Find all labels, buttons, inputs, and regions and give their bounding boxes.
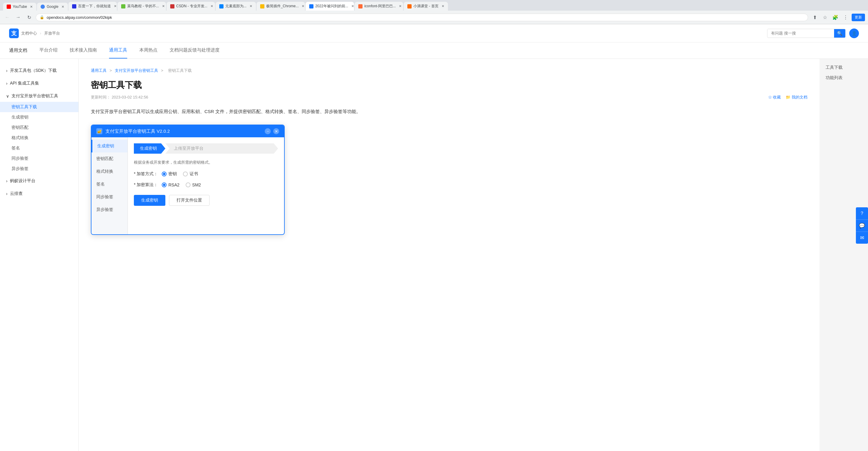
tab-youtube[interactable]: YouTube✕ (3, 3, 36, 10)
toc-item-feature-list[interactable]: 功能列表 (826, 75, 862, 81)
tab-close-iconfont[interactable]: ✕ (399, 4, 402, 8)
tab-label-niaoniao: 菜鸟教程 - 学的不... (127, 4, 159, 9)
tab-favicon-chrome-ext (260, 4, 265, 8)
tab-alipay-doc[interactable]: 2022年被问到的前...✕ (306, 2, 354, 10)
tab-close-youtube[interactable]: ✕ (30, 5, 33, 9)
my-doc-action[interactable]: 📁 我的文档 (786, 94, 807, 100)
sign-method-radio-group: 密钥 证书 (162, 171, 198, 177)
float-chat-button[interactable]: 💬 (856, 220, 868, 231)
sidebar-item-key-download[interactable]: 密钥工具下载 (0, 102, 79, 112)
nav-item-common-tools[interactable]: 通用工具 (109, 43, 127, 58)
collect-action[interactable]: ☆ 收藏 (768, 94, 781, 100)
tab-baidu[interactable]: 百度一下，你就知道✕ (68, 2, 117, 10)
breadcrumb-link-tools[interactable]: 通用工具 (91, 68, 106, 73)
search-button[interactable]: 🔍 (834, 29, 845, 37)
sign-method-label: * 加签方式： (134, 171, 158, 177)
breadcrumb-current: 密钥工具下载 (168, 68, 192, 73)
bookmark-button[interactable]: ☆ (821, 13, 829, 22)
breadcrumb-link-alipay-keys[interactable]: 支付宝开放平台密钥工具 (115, 68, 158, 73)
sidebar-item-key-match[interactable]: 密钥匹配 (0, 122, 79, 133)
back-button[interactable]: ← (3, 13, 11, 22)
breadcrumb-sep-2: > (161, 68, 164, 73)
tab-iconfont[interactable]: iconfont-阿里巴巴...✕ (355, 2, 403, 10)
logo-area: 支 文档中心 › 开放平台 (9, 28, 60, 38)
tab-chrome-ext[interactable]: 极简插件_Chrome...✕ (256, 2, 305, 10)
sidebar-item-format-convert[interactable]: 格式转换 (0, 133, 79, 143)
sidebar-group-sdk: › 开发工具包（SDK）下载 (0, 65, 79, 76)
sidebar-item-sync-verify[interactable]: 同步验签 (0, 153, 79, 164)
main-nav: 通用文档 平台介绍 技术接入指南 通用工具 本周热点 文档问题反馈与处理进度 (0, 43, 868, 59)
sidebar-group-sdk-title[interactable]: › 开发工具包（SDK）下载 (0, 65, 79, 76)
lock-icon: 🔒 (40, 15, 44, 20)
menu-button[interactable]: ⋮ (841, 13, 850, 22)
sidebar-group-cloud-title[interactable]: › 云排查 (0, 188, 79, 199)
tab-close-chrome-ext[interactable]: ✕ (302, 4, 304, 8)
tool-sidebar-key-match[interactable]: 密钥匹配 (91, 152, 127, 165)
nav-item-doc-feedback[interactable]: 文档问题反馈与处理进度 (169, 43, 220, 58)
sidebar-item-async-verify[interactable]: 异步验签 (0, 164, 79, 174)
extensions-button[interactable]: 🧩 (831, 13, 840, 22)
tab-label-zhihu: 元素底部为... (225, 4, 247, 9)
site-header: 支 文档中心 › 开放平台 🔍 👤 (0, 24, 868, 43)
tab-close-baidu[interactable]: ✕ (114, 4, 117, 8)
tab-label-iconfont: iconfont-阿里巴巴... (364, 4, 396, 9)
alipay-key-arrow-icon: ∨ (6, 94, 9, 98)
breadcrumb-sep-1: > (110, 68, 113, 73)
tab-zhihu[interactable]: 元素底部为...✕ (216, 2, 256, 10)
tab-close-niaoniao[interactable]: ✕ (162, 4, 165, 8)
tab-xiaomi[interactable]: 小滴课堂 - 首页✕ (404, 2, 448, 10)
tool-sidebar-sync-verify[interactable]: 同步验签 (91, 191, 127, 203)
tab-csdn[interactable]: CSDN - 专业开发...✕ (166, 2, 215, 10)
sidebar-group-ant-design-title[interactable]: › 蚂蚁设计平台 (0, 175, 79, 187)
tool-title-text: 支付宝开放平台密钥工具 V2.0.2 (105, 129, 170, 134)
search-input[interactable] (768, 29, 834, 37)
tool-sidebar-async-verify[interactable]: 异步验签 (91, 203, 127, 216)
tool-window-buttons: － ✕ (265, 128, 279, 134)
encrypt-algo-sm2[interactable]: SM2 (186, 182, 201, 187)
update-button[interactable]: 更新 (851, 13, 865, 21)
tab-close-zhihu[interactable]: ✕ (250, 4, 252, 8)
tab-close-alipay-doc[interactable]: ✕ (351, 4, 354, 8)
tab-close-csdn[interactable]: ✕ (211, 4, 213, 8)
radio-cert-circle (183, 172, 188, 176)
sidebar-group-ant-design: › 蚂蚁设计平台 (0, 175, 79, 187)
tab-niaoniao[interactable]: 菜鸟教程 - 学的不...✕ (118, 2, 166, 10)
alipay-logo-icon: 支 (9, 28, 19, 38)
address-bar[interactable]: 🔒 opendocs.alipay.com/common/02kipk (36, 13, 808, 21)
sidebar-group-alipay-key-title[interactable]: ∨ 支付宝开放平台密钥工具 (0, 90, 79, 102)
nav-item-platform-intro[interactable]: 平台介绍 (39, 43, 58, 58)
nav-item-tech-guide[interactable]: 技术接入指南 (70, 43, 97, 58)
refresh-button[interactable]: ↻ (25, 13, 33, 22)
encrypt-algo-rsa2[interactable]: RSA2 (162, 182, 180, 187)
page-description: 支付宝开放平台密钥工具可以生成应用公钥、应用私钥、CSR 文件，并提供密钥匹配、… (91, 107, 807, 115)
tab-favicon-youtube (7, 4, 11, 9)
open-folder-button[interactable]: 打开文件位置 (169, 195, 210, 206)
tab-close-google[interactable]: ✕ (61, 5, 64, 9)
tab-google[interactable]: Google✕ (37, 3, 68, 10)
wizard-step1: 生成密钥 (134, 143, 165, 154)
tool-close-button[interactable]: ✕ (273, 128, 279, 134)
forward-button[interactable]: → (14, 13, 23, 22)
tab-label-google: Google (46, 4, 58, 9)
tool-minimize-button[interactable]: － (265, 128, 271, 134)
sidebar-item-gen-key[interactable]: 生成密钥 (0, 112, 79, 122)
float-mail-button[interactable]: ✉ (856, 231, 868, 244)
sign-method-key[interactable]: 密钥 (162, 171, 177, 177)
tool-sidebar-gen-key[interactable]: 生成密钥 (91, 140, 127, 152)
api-arrow-icon: › (6, 81, 7, 86)
tool-sidebar-format-convert[interactable]: 格式转换 (91, 165, 127, 178)
tool-sidebar-sign[interactable]: 签名 (91, 178, 127, 191)
tab-close-xiaomi[interactable]: ✕ (441, 4, 444, 8)
tab-label-youtube: YouTube (13, 4, 27, 9)
sidebar-group-api-title[interactable]: › API 集成工具集 (0, 78, 79, 89)
gen-key-button[interactable]: 生成密钥 (134, 195, 165, 206)
user-avatar[interactable]: 👤 (849, 28, 859, 38)
sign-method-cert[interactable]: 证书 (183, 171, 198, 177)
tab-favicon-zhihu (219, 4, 223, 8)
nav-item-weekly-hot[interactable]: 本周热点 (139, 43, 157, 58)
toc-item-tool-download[interactable]: 工具下载 (826, 65, 862, 70)
sidebar-item-sign[interactable]: 签名 (0, 143, 79, 153)
share-button[interactable]: ⬆ (810, 13, 819, 22)
float-help-button[interactable]: ？ (856, 207, 868, 220)
cloud-arrow-icon: › (6, 191, 7, 196)
